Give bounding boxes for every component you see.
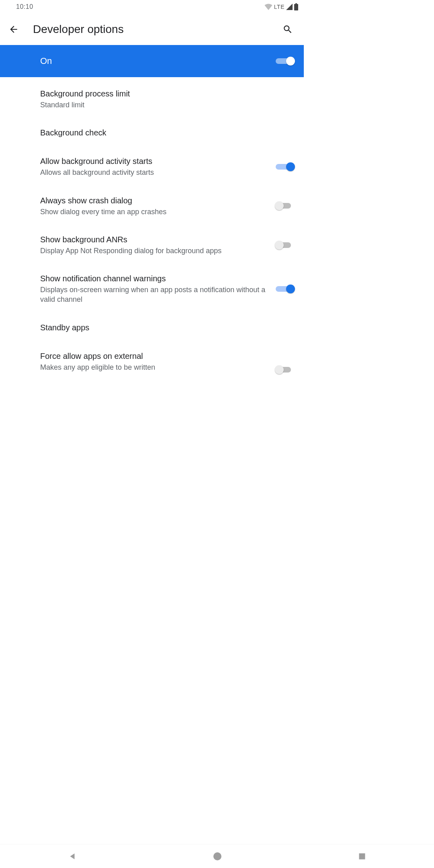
toggle-force-allow-apps-on-external[interactable] [276,364,294,375]
status-bar: 10:10 LTE [0,0,304,14]
search-button[interactable] [280,21,296,37]
settings-list: Background process limit Standard limit … [0,77,304,372]
master-toggle-label: On [40,56,52,66]
item-title: Background check [40,127,294,138]
item-allow-background-activity-starts[interactable]: Allow background activity starts Allows … [0,147,304,186]
item-subtitle: Display App Not Responding dialog for ba… [40,246,268,256]
cell-signal-icon [286,4,293,10]
item-title: Always show crash dialog [40,195,268,206]
item-always-show-crash-dialog[interactable]: Always show crash dialog Show dialog eve… [0,186,304,225]
item-title: Show background ANRs [40,234,268,245]
svg-rect-0 [294,4,298,10]
back-button[interactable] [6,21,22,37]
toggle-show-background-anrs[interactable] [276,240,294,251]
status-icons: LTE [264,3,298,10]
item-subtitle: Makes any app eligible to be written [40,362,268,372]
search-icon [283,24,293,35]
item-title: Standby apps [40,322,294,333]
item-title: Force allow apps on external [40,351,268,362]
item-background-check[interactable]: Background check [0,119,304,147]
item-show-notification-channel-warnings[interactable]: Show notification channel warnings Displ… [0,264,304,313]
app-bar: Developer options [0,14,304,45]
item-standby-apps[interactable]: Standby apps [0,313,304,342]
page-title: Developer options [33,23,268,36]
toggle-always-show-crash-dialog[interactable] [276,200,294,211]
item-title: Show notification channel warnings [40,273,268,284]
battery-icon [294,3,298,10]
item-title: Background process limit [40,88,294,99]
status-time: 10:10 [16,3,33,10]
wifi-icon [264,4,272,10]
item-background-process-limit[interactable]: Background process limit Standard limit [0,80,304,119]
network-label: LTE [274,4,285,10]
toggle-allow-background-activity-starts[interactable] [276,161,294,172]
item-subtitle: Show dialog every time an app crashes [40,207,268,217]
item-title: Allow background activity starts [40,156,268,167]
master-toggle-switch[interactable] [276,55,294,67]
item-force-allow-apps-on-external[interactable]: Force allow apps on external Makes any a… [0,342,304,372]
toggle-show-notification-channel-warnings[interactable] [276,283,294,295]
item-subtitle: Allows all background activity starts [40,168,268,177]
item-subtitle: Displays on-screen warning when an app p… [40,285,268,305]
arrow-back-icon [8,24,19,35]
master-toggle-row[interactable]: On [0,45,304,77]
item-show-background-anrs[interactable]: Show background ANRs Display App Not Res… [0,225,304,264]
item-subtitle: Standard limit [40,100,294,110]
svg-rect-1 [295,3,297,4]
